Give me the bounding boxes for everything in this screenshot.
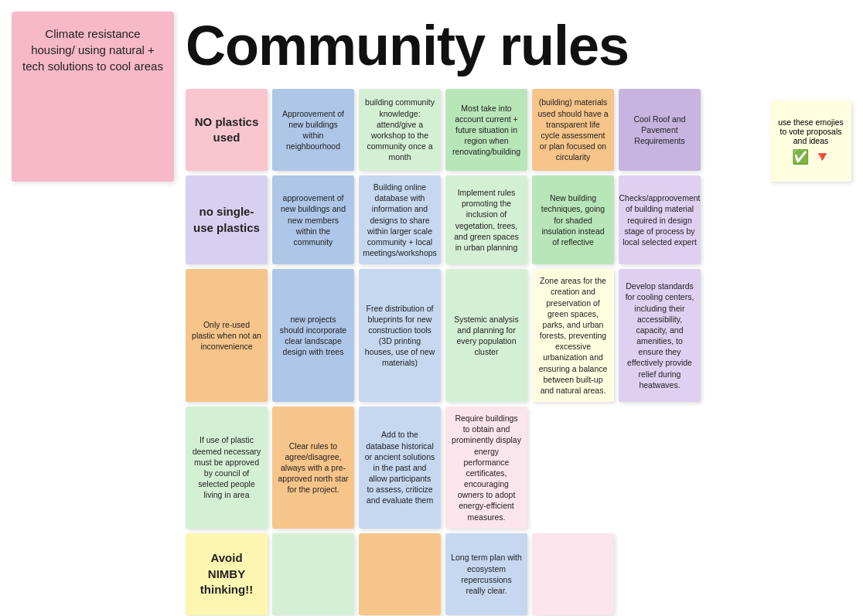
- sticky-text-1-3: Implement rules promoting the inclusion …: [451, 187, 522, 253]
- sticky-cell-3-1: Clear rules to agree/disagree, always wi…: [272, 407, 354, 529]
- sticky-text-4-0: Avoid NIMBY thinking!!: [191, 550, 262, 597]
- sticky-text-0-5: Cool Roof and Pavement Requirements: [624, 114, 695, 147]
- sticky-cell-0-0: NO plastics used: [186, 89, 268, 171]
- sticky-cell-0-4: (building) materials used should have a …: [532, 89, 614, 171]
- grid-row-4: Avoid NIMBY thinking!!Long term plan wit…: [186, 533, 855, 615]
- sticky-text-3-3: Require buildings to obtain and prominen…: [451, 413, 522, 522]
- sticky-cell-1-2: Building online database with informatio…: [359, 175, 441, 264]
- sticky-cell-3-2: Add to the database historical or ancien…: [359, 407, 441, 529]
- grid-row-2: Only re-used plastic when not an inconve…: [186, 269, 855, 402]
- sticky-cell-4-2: [359, 533, 441, 615]
- sticky-text-0-1: Approovement of new buildings within nei…: [278, 108, 349, 152]
- left-panel: Climate resistance housing/ using natura…: [12, 12, 174, 182]
- sticky-cell-0-2: building community knowledge: attend/giv…: [359, 89, 441, 171]
- sticky-cell-0-3: Most take into account current + future …: [445, 89, 527, 171]
- sticky-cell-0-6: [705, 89, 787, 171]
- sticky-text-3-0: If use of plastic deemed necessary must …: [191, 434, 262, 500]
- sticky-cell-1-4: New building techniques, going for shade…: [532, 175, 614, 264]
- sticky-cell-4-5: [619, 533, 701, 615]
- sticky-text-1-0: no single-use plastics: [191, 204, 262, 236]
- sticky-text-4-3: Long term plan with ecosystem repercussi…: [451, 552, 522, 596]
- sticky-text-2-3: Systemic analysis and planning for every…: [451, 314, 522, 358]
- sticky-text-0-4: (building) materials used should have a …: [537, 97, 609, 162]
- grid-row-1: no single-use plasticsapproovement of ne…: [186, 175, 855, 264]
- sticky-text-0-3: Most take into account current + future …: [451, 103, 522, 158]
- sticky-cell-2-3: Systemic analysis and planning for every…: [445, 269, 527, 402]
- sticky-cell-1-1: approovement of new buildings and new me…: [272, 175, 354, 264]
- sticky-cell-2-2: Free distribution of blueprints for new …: [359, 269, 441, 402]
- grid-row-0: NO plastics usedApproovement of new buil…: [186, 89, 855, 171]
- sticky-text-2-0: Only re-used plastic when not an inconve…: [191, 319, 262, 352]
- sticky-text-1-5: Checks/approovement of building material…: [619, 192, 700, 247]
- sticky-cell-3-5: [619, 407, 701, 529]
- sticky-cell-1-3: Implement rules promoting the inclusion …: [445, 175, 527, 264]
- sticky-cell-3-6: [705, 407, 787, 529]
- sticky-cell-1-6: [705, 175, 787, 264]
- sticky-cell-2-0: Only re-used plastic when not an inconve…: [186, 269, 268, 402]
- sticky-cell-4-6: [705, 533, 787, 615]
- sticky-text-2-4: Zone areas for the creation and preserva…: [537, 275, 609, 396]
- sticky-text-1-2: Building online database with informatio…: [363, 182, 437, 258]
- sticky-cell-0-1: Approovement of new buildings within nei…: [272, 89, 354, 171]
- sticky-cell-2-5: Develop standards for cooling centers, i…: [619, 269, 701, 402]
- sticky-text-0-2: building community knowledge: attend/giv…: [364, 97, 435, 162]
- left-panel-text: Climate resistance housing/ using natura…: [22, 27, 163, 73]
- sticky-cell-1-5: Checks/approovement of building material…: [619, 175, 701, 264]
- sticky-text-1-1: approovement of new buildings and new me…: [278, 192, 349, 247]
- sticky-cell-2-6: [705, 269, 787, 402]
- sticky-cell-4-1: [272, 533, 354, 615]
- sticky-cell-4-3: Long term plan with ecosystem repercussi…: [445, 533, 527, 615]
- sticky-text-0-0: NO plastics used: [191, 114, 262, 146]
- sticky-cell-4-4: [532, 533, 614, 615]
- sticky-cell-3-3: Require buildings to obtain and prominen…: [445, 407, 527, 529]
- sticky-cell-1-0: no single-use plastics: [186, 175, 268, 264]
- sticky-cell-0-5: Cool Roof and Pavement Requirements: [619, 89, 701, 171]
- sticky-cell-2-1: new projects should incorporate clear la…: [272, 269, 354, 402]
- sticky-cell-4-0: Avoid NIMBY thinking!!: [186, 533, 268, 615]
- sticky-text-2-5: Develop standards for cooling centers, i…: [624, 281, 695, 390]
- sticky-text-2-2: Free distribution of blueprints for new …: [364, 303, 435, 369]
- sticky-text-3-2: Add to the database historical or ancien…: [364, 429, 435, 505]
- sticky-cell-2-4: Zone areas for the creation and preserva…: [532, 269, 614, 402]
- grid-row-3: If use of plastic deemed necessary must …: [186, 407, 855, 529]
- sticky-text-2-1: new projects should incorporate clear la…: [278, 314, 349, 358]
- sticky-text-1-4: New building techniques, going for shade…: [537, 192, 609, 247]
- sticky-cell-3-0: If use of plastic deemed necessary must …: [186, 407, 268, 529]
- sticky-text-3-1: Clear rules to agree/disagree, always wi…: [278, 441, 349, 495]
- sticky-cell-3-4: [532, 407, 614, 529]
- grid-container: NO plastics usedApproovement of new buil…: [186, 89, 855, 616]
